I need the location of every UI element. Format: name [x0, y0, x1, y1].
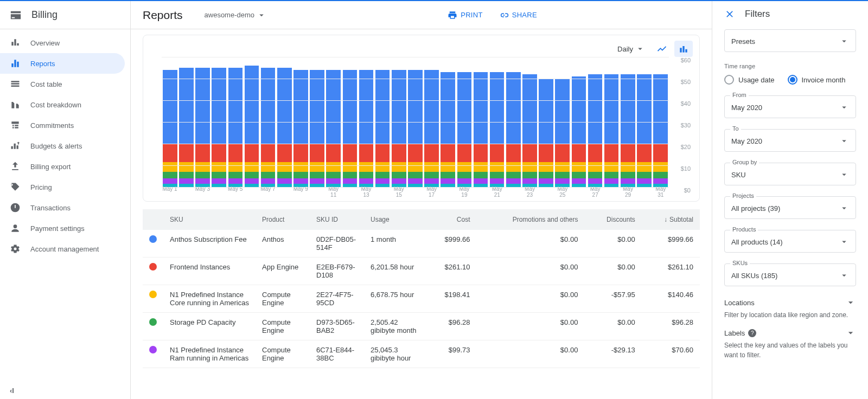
x-tick — [244, 186, 260, 198]
bar-segment — [522, 144, 537, 162]
x-tick — [505, 186, 521, 198]
bar-segment — [310, 172, 324, 178]
cell: $96.28 — [424, 313, 477, 340]
col-promotions-and-others[interactable]: Promotions and others — [477, 209, 585, 230]
cell: $96.28 — [642, 313, 700, 340]
cell: E2EB-F679-D108 — [310, 258, 364, 285]
bar-segment — [653, 74, 668, 144]
to-value: May 2020 — [731, 137, 839, 145]
x-tick — [374, 186, 391, 198]
bar-segment — [261, 144, 276, 162]
skus-select[interactable]: SKUs All SKUs (185) — [724, 263, 856, 286]
col-usage[interactable]: Usage — [364, 209, 424, 230]
labels-help: Select the key and values of the labels … — [724, 340, 856, 360]
bar-segment — [506, 144, 521, 162]
print-button[interactable]: PRINT — [448, 10, 483, 20]
help-icon[interactable]: ? — [748, 329, 756, 337]
projects-select[interactable]: Projects All projects (39) — [724, 196, 856, 219]
bar-segment — [163, 172, 177, 178]
sidebar-item-budgets-alerts[interactable]: Budgets & alerts — [0, 136, 125, 156]
col-color[interactable] — [143, 209, 163, 230]
bar-segment — [212, 172, 226, 178]
x-tick: May 31 — [653, 186, 669, 198]
table-row[interactable]: Storage PD CapacityCompute EngineD973-5D… — [143, 313, 700, 340]
sidebar-item-commitments[interactable]: Commitments — [0, 115, 125, 136]
bar-segment — [343, 162, 358, 172]
labels-section[interactable]: Labels ? — [724, 327, 856, 338]
bar-segment — [539, 162, 553, 172]
bar-segment — [621, 162, 635, 172]
bar-segment — [359, 144, 374, 162]
to-select[interactable]: To May 2020 — [724, 129, 856, 152]
bar-segment — [522, 178, 537, 183]
cell: Compute Engine — [256, 285, 310, 313]
bar-segment — [588, 162, 603, 172]
share-button[interactable]: SHARE — [499, 10, 537, 20]
close-icon[interactable] — [724, 9, 735, 20]
series-color-dot — [149, 318, 157, 326]
gridline — [162, 122, 669, 123]
bar-segment — [195, 144, 210, 162]
gridline — [162, 187, 669, 188]
print-label: PRINT — [461, 11, 483, 19]
bar-segment — [163, 70, 177, 144]
table-row[interactable]: Anthos Subscription FeeAnthos0D2F-DB05-5… — [143, 230, 700, 258]
group-by-select[interactable]: Group by SKU — [724, 163, 856, 185]
group-by-value: SKU — [731, 171, 839, 179]
locations-section[interactable]: Locations — [724, 297, 856, 308]
sidebar-item-billing-export[interactable]: Billing export — [0, 156, 125, 177]
bar-segment — [621, 144, 635, 162]
project-picker[interactable]: awesome-demo — [205, 10, 267, 20]
sidebar-item-label: Commitments — [30, 121, 74, 130]
bar-segment — [637, 172, 652, 178]
bar-segment — [604, 162, 619, 172]
table-row[interactable]: Frontend InstancesApp EngineE2EB-F679-D1… — [143, 258, 700, 285]
bar-segment — [293, 172, 308, 178]
table-row[interactable]: N1 Predefined Instance Core running in A… — [143, 285, 700, 313]
products-select[interactable]: Products All products (14) — [724, 230, 856, 253]
bar-segment — [228, 144, 243, 162]
sidebar-item-transactions[interactable]: Transactions — [0, 197, 125, 218]
bar-segment — [326, 144, 341, 162]
bar-segment — [457, 172, 472, 178]
usage-date-radio[interactable]: Usage date — [724, 75, 775, 85]
bar-segment — [179, 144, 194, 162]
bar-segment — [212, 178, 226, 183]
radio-off-icon — [724, 75, 734, 85]
col-subtotal[interactable]: ↓Subtotal — [642, 209, 700, 230]
sidebar: Billing OverviewReportsCost tableCost br… — [0, 1, 131, 399]
cell: 25,045.3 gibibyte hour — [364, 340, 424, 368]
col-cost[interactable]: Cost — [424, 209, 477, 230]
sidebar-item-payment-settings[interactable]: Payment settings — [0, 218, 125, 239]
bar-segment — [326, 178, 341, 183]
col-discounts[interactable]: Discounts — [584, 209, 641, 230]
collapse-sidebar[interactable]: ‹I — [0, 382, 130, 399]
sidebar-item-account-management[interactable]: Account management — [0, 239, 125, 259]
projects-value: All projects (39) — [731, 204, 839, 213]
x-tick: May 23 — [521, 186, 538, 198]
sidebar-item-cost-breakdown[interactable]: Cost breakdown — [0, 94, 125, 115]
bar-segment — [293, 178, 308, 183]
bar-segment — [441, 162, 455, 172]
sidebar-item-overview[interactable]: Overview — [0, 33, 125, 53]
from-select[interactable]: From May 2020 — [724, 95, 856, 118]
col-product[interactable]: Product — [256, 209, 310, 230]
sidebar-item-cost-table[interactable]: Cost table — [0, 74, 125, 94]
bar-segment — [245, 144, 259, 162]
app-title: Billing — [31, 9, 58, 21]
cell: $0.00 — [584, 258, 641, 285]
bar-segment — [604, 178, 619, 183]
bar-segment — [343, 144, 358, 162]
sidebar-item-pricing[interactable]: Pricing — [0, 177, 125, 197]
col-sku-id[interactable]: SKU ID — [310, 209, 364, 230]
cell: $0.00 — [477, 230, 585, 258]
bar-segment — [457, 72, 472, 144]
invoice-month-radio[interactable]: Invoice month — [788, 75, 846, 85]
table-row[interactable]: N1 Predefined Instance Ram running in Am… — [143, 340, 700, 368]
y-tick: $40 — [681, 100, 691, 107]
sidebar-item-reports[interactable]: Reports — [0, 53, 125, 74]
col-sku[interactable]: SKU — [163, 209, 256, 230]
presets-select[interactable]: Presets — [724, 29, 856, 52]
bar-segment — [555, 172, 570, 178]
bar-segment — [261, 178, 276, 183]
